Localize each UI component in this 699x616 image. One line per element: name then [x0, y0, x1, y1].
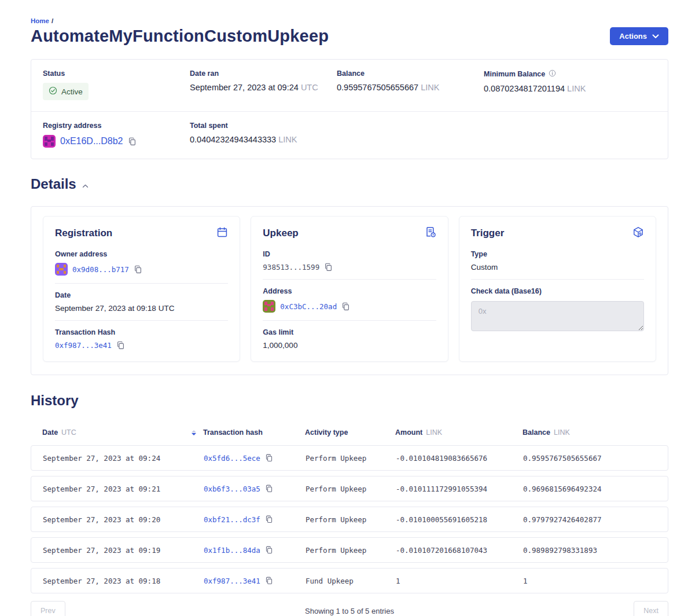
page-title: AutomateMyFunctionCustomUpkeep	[31, 27, 329, 46]
row-tx-link[interactable]: 0xb6f3...03a5	[204, 485, 260, 493]
col-activity-label: Activity type	[305, 428, 348, 437]
min-balance-unit: LINK	[567, 84, 586, 93]
trigger-card: Trigger Type Custom Check data (Base16)	[459, 216, 656, 362]
copy-upkeep-id-button[interactable]	[324, 263, 333, 272]
date-ran-value: September 27, 2023 at 09:24	[190, 83, 299, 92]
status-badge: Active	[43, 83, 89, 100]
date-ran-unit: UTC	[301, 83, 318, 92]
copy-owner-address-button[interactable]	[134, 265, 142, 274]
details-panel: Registration Owner address 0x9d08...b717	[31, 206, 668, 375]
details-heading: Details	[31, 176, 76, 192]
registration-tx-link[interactable]: 0xf987...3e41	[55, 341, 112, 350]
table-row: September 27, 2023 at 09:18 0xf987...3e4…	[31, 568, 668, 593]
row-tx-link[interactable]: 0xf987...3e41	[204, 577, 260, 585]
registry-address-label: Registry address	[43, 122, 190, 130]
cube-icon	[632, 226, 644, 240]
table-row: September 27, 2023 at 09:21 0xb6f3...03a…	[31, 476, 668, 501]
col-date-label: Date	[42, 428, 58, 437]
owner-address-label: Owner address	[55, 250, 228, 258]
copy-tx-button[interactable]	[265, 546, 273, 554]
balance-value: 0.9595767505655667	[337, 83, 418, 92]
balance-field: Balance 0.9595767505655667 LINK	[337, 69, 484, 100]
upkeep-address-identicon	[263, 300, 275, 313]
total-spent-unit: LINK	[278, 135, 297, 144]
upkeep-address-field: Address 0xC3bC...20ad	[263, 279, 436, 320]
document-gear-icon	[425, 226, 436, 240]
row-balance: 0.9696815696492324	[523, 485, 656, 493]
col-amount-unit: LINK	[426, 428, 442, 437]
check-data-input[interactable]	[471, 301, 644, 331]
copy-tx-button[interactable]	[265, 577, 273, 585]
history-table-body: September 27, 2023 at 09:24 0x5fd6...5ec…	[31, 445, 668, 593]
breadcrumb: Home/	[31, 17, 668, 24]
copy-upkeep-address-button[interactable]	[341, 302, 350, 311]
total-spent-field: Total spent 0.04042324943443333 LINK	[190, 122, 337, 148]
registration-date-field: Date September 27, 2023 at 09:18 UTC	[55, 283, 228, 320]
registration-date-label: Date	[55, 291, 228, 299]
info-icon[interactable]	[549, 69, 556, 79]
status-badge-text: Active	[61, 87, 83, 96]
table-row: September 27, 2023 at 09:19 0x1f1b...84d…	[31, 537, 668, 563]
sort-date-icon[interactable]	[192, 430, 196, 435]
row-tx-link[interactable]: 0x1f1b...84da	[204, 546, 260, 555]
upkeep-address-link[interactable]: 0xC3bC...20ad	[280, 302, 337, 311]
registration-card: Registration Owner address 0x9d08...b717	[43, 216, 240, 362]
registration-date-value: September 27, 2023 at 09:18 UTC	[55, 304, 228, 313]
actions-button[interactable]: Actions	[610, 27, 668, 45]
col-tx-label: Transaction hash	[203, 428, 263, 437]
row-tx-link[interactable]: 0xbf21...dc3f	[204, 515, 260, 524]
row-activity: Perform Upkeep	[306, 454, 396, 463]
col-balance-unit: LINK	[554, 428, 570, 437]
trigger-type-field: Type Custom	[471, 250, 644, 279]
row-amount: -0.010104819083665676	[396, 454, 523, 463]
summary-card: Status Active Date ran September 27, 202…	[31, 59, 668, 159]
row-date: September 27, 2023 at 09:21	[43, 485, 204, 493]
row-tx-link[interactable]: 0x5fd6...5ece	[204, 454, 260, 463]
table-row: September 27, 2023 at 09:24 0x5fd6...5ec…	[31, 445, 668, 471]
actions-button-label: Actions	[619, 32, 647, 41]
pagination-summary: Showing 1 to 5 of 5 entries	[305, 607, 394, 615]
breadcrumb-home-link[interactable]: Home	[31, 17, 49, 24]
owner-address-link[interactable]: 0x9d08...b717	[72, 265, 129, 274]
prev-page-button[interactable]: Prev	[31, 601, 65, 616]
next-page-button[interactable]: Next	[634, 601, 668, 616]
copy-tx-button[interactable]	[265, 515, 273, 523]
upkeep-card: Upkeep ID 938513...1599 Address	[251, 216, 448, 362]
row-date: September 27, 2023 at 09:24	[43, 454, 204, 463]
registry-address-field: Registry address 0xE16D...D8b2	[43, 122, 190, 148]
trigger-type-value: Custom	[471, 263, 644, 272]
total-spent-value: 0.04042324943443333	[190, 135, 276, 144]
copy-tx-button[interactable]	[265, 454, 273, 462]
registration-tx-label: Transaction Hash	[55, 328, 228, 336]
history-heading: History	[31, 393, 79, 409]
row-activity: Perform Upkeep	[306, 485, 396, 493]
row-amount: -0.010111172991055394	[396, 485, 523, 493]
collapse-details-icon[interactable]	[82, 184, 89, 188]
row-balance: 0.989892798331893	[523, 546, 656, 555]
row-amount: -0.010100055691605218	[396, 515, 523, 524]
row-balance: 0.9797927426402877	[523, 515, 656, 524]
table-row: September 27, 2023 at 09:20 0xbf21...dc3…	[31, 507, 668, 532]
calendar-icon	[216, 226, 228, 240]
registration-tx-field: Transaction Hash 0xf987...3e41	[55, 320, 228, 350]
gas-limit-label: Gas limit	[263, 328, 436, 336]
copy-registration-tx-button[interactable]	[116, 341, 125, 350]
registry-address-link[interactable]: 0xE16D...D8b2	[60, 136, 123, 146]
row-amount: -0.010107201668107043	[396, 546, 523, 555]
row-balance: 1	[523, 577, 656, 585]
date-ran-field: Date ran September 27, 2023 at 09:24 UTC	[190, 69, 337, 100]
copy-registry-address-button[interactable]	[128, 137, 137, 146]
status-label: Status	[43, 69, 190, 78]
col-balance-label: Balance	[523, 428, 550, 437]
upkeep-detail-page: Home/ AutomateMyFunctionCustomUpkeep Act…	[0, 0, 699, 616]
upkeep-id-label: ID	[263, 250, 436, 258]
total-spent-label: Total spent	[190, 122, 337, 130]
check-data-label: Check data (Base16)	[471, 287, 644, 295]
copy-tx-button[interactable]	[265, 485, 273, 493]
row-activity: Perform Upkeep	[306, 546, 396, 555]
owner-address-field: Owner address 0x9d08...b717	[55, 250, 228, 283]
min-balance-label: Minimum Balance	[484, 70, 545, 78]
trigger-type-label: Type	[471, 250, 644, 258]
col-date-unit: UTC	[61, 428, 76, 437]
date-ran-label: Date ran	[190, 69, 337, 78]
